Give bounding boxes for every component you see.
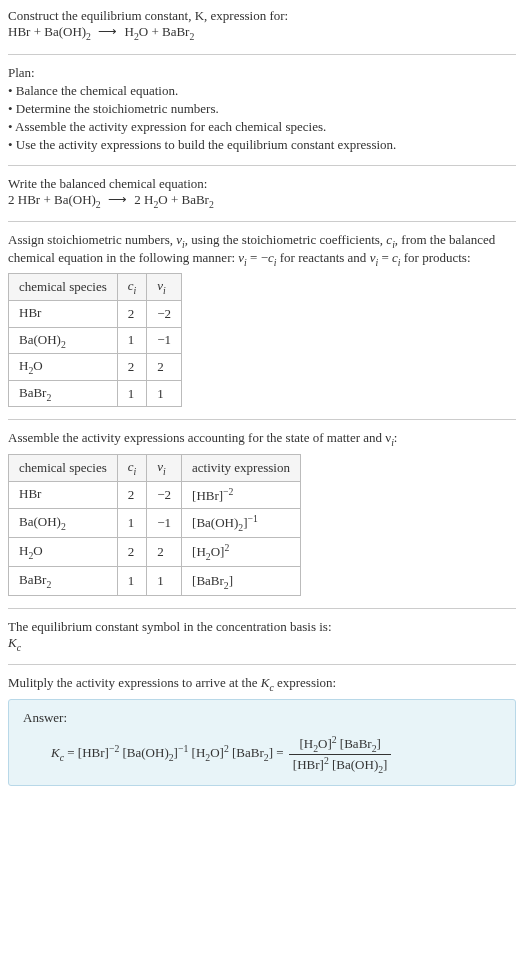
col-species: chemical species [9, 274, 118, 301]
divider [8, 419, 516, 420]
divider [8, 608, 516, 609]
plan-heading: Plan: [8, 65, 516, 81]
multiply-heading: Mulitply the activity expressions to arr… [8, 675, 516, 693]
col-activity: activity expression [182, 454, 301, 481]
balanced-heading: Write the balanced chemical equation: [8, 176, 516, 192]
symbol-line1: The equilibrium constant symbol in the c… [8, 619, 516, 635]
table-header-row: chemical species ci νi [9, 274, 182, 301]
plan-item-3: • Assemble the activity expression for e… [8, 119, 516, 135]
activity-heading: Assemble the activity expressions accoun… [8, 430, 516, 448]
divider [8, 664, 516, 665]
col-species: chemical species [9, 454, 118, 481]
divider [8, 165, 516, 166]
col-ci: ci [117, 274, 147, 301]
stoich-section: Assign stoichiometric numbers, νi, using… [8, 232, 516, 407]
plan-item-2: • Determine the stoichiometric numbers. [8, 101, 516, 117]
plan-section: Plan: • Balance the chemical equation. •… [8, 65, 516, 153]
activity-section: Assemble the activity expressions accoun… [8, 430, 516, 595]
answer-box: Answer: Kc = [HBr]−2 [Ba(OH)2]−1 [H2O]2 … [8, 699, 516, 786]
answer-expression: Kc = [HBr]−2 [Ba(OH)2]−1 [H2O]2 [BaBr2] … [23, 734, 501, 775]
prompt-section: Construct the equilibrium constant, K, e… [8, 8, 516, 42]
prompt-equation: HBr + Ba(OH)2 ⟶ H2O + BaBr2 [8, 24, 516, 42]
activity-table: chemical species ci νi activity expressi… [8, 454, 301, 596]
answer-label: Answer: [23, 710, 501, 726]
prompt-line1: Construct the equilibrium constant, K, e… [8, 8, 516, 24]
divider [8, 221, 516, 222]
prompt-text: Construct the equilibrium constant, K, e… [8, 8, 288, 23]
table-row: HBr 2 −2 [HBr]−2 [9, 481, 301, 508]
col-ci: ci [117, 454, 147, 481]
denominator: [HBr]2 [Ba(OH)2] [289, 755, 392, 775]
fraction: [H2O]2 [BaBr2] [HBr]2 [Ba(OH)2] [289, 734, 392, 775]
stoich-text: Assign stoichiometric numbers, νi, using… [8, 232, 516, 267]
balanced-equation: 2 HBr + Ba(OH)2 ⟶ 2 H2O + BaBr2 [8, 192, 516, 210]
col-nui: νi [147, 454, 182, 481]
table-row: Ba(OH)2 1 −1 [Ba(OH)2]−1 [9, 508, 301, 537]
table-row: HBr 2 −2 [9, 300, 182, 327]
table-row: BaBr2 1 1 [9, 380, 182, 407]
symbol-kc: Kc [8, 635, 516, 653]
symbol-section: The equilibrium constant symbol in the c… [8, 619, 516, 653]
plan-item-4: • Use the activity expressions to build … [8, 137, 516, 153]
table-row: Ba(OH)2 1 −1 [9, 327, 182, 354]
balanced-section: Write the balanced chemical equation: 2 … [8, 176, 516, 210]
divider [8, 54, 516, 55]
table-header-row: chemical species ci νi activity expressi… [9, 454, 301, 481]
col-nui: νi [147, 274, 182, 301]
table-row: H2O 2 2 [H2O]2 [9, 537, 301, 566]
stoich-table: chemical species ci νi HBr 2 −2 Ba(OH)2 … [8, 273, 182, 407]
multiply-section: Mulitply the activity expressions to arr… [8, 675, 516, 785]
table-row: H2O 2 2 [9, 354, 182, 381]
numerator: [H2O]2 [BaBr2] [289, 734, 392, 755]
table-row: BaBr2 1 1 [BaBr2] [9, 566, 301, 595]
plan-item-1: • Balance the chemical equation. [8, 83, 516, 99]
